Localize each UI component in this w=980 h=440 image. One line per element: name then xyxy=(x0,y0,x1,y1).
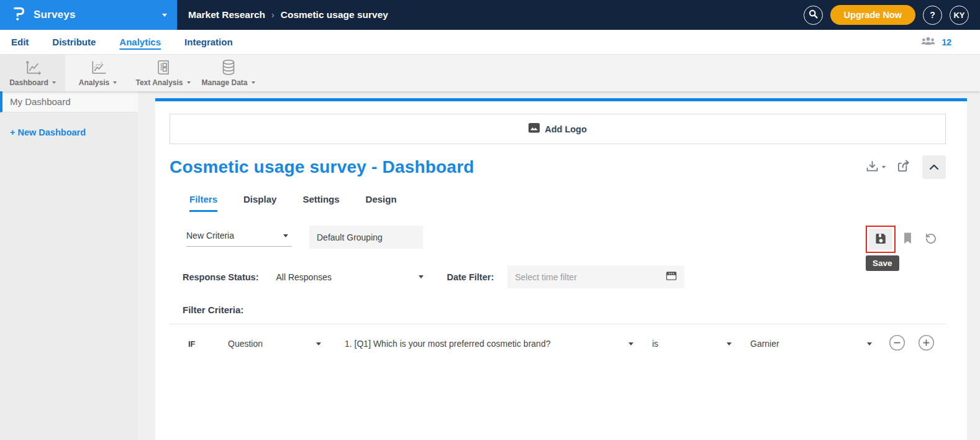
add-logo-dropzone[interactable]: Add Logo xyxy=(170,114,946,144)
breadcrumb-folder[interactable]: Market Research xyxy=(188,9,265,21)
trend-chart-icon xyxy=(89,60,106,76)
title-row: Cosmetic usage survey - Dashboard xyxy=(170,155,946,179)
product-switcher[interactable]: Surveys xyxy=(0,0,177,30)
survey-nav: Edit Distribute Analytics Integration 12 xyxy=(0,30,980,55)
filter-operator-select[interactable]: is xyxy=(652,339,732,349)
dashboard-sidebar: My Dashboard + New Dashboard xyxy=(0,91,138,440)
add-logo-label: Add Logo xyxy=(545,124,587,134)
filter-field-value: Question xyxy=(228,339,263,349)
chevron-down-icon xyxy=(187,81,191,84)
database-icon xyxy=(221,59,236,76)
help-button[interactable]: ? xyxy=(923,6,942,25)
dashboard-tabs: Filters Display Settings Design xyxy=(189,194,946,212)
title-actions xyxy=(865,155,946,179)
save-cluster: Save xyxy=(866,226,937,253)
chevron-down-icon xyxy=(113,81,117,84)
line-chart-icon xyxy=(24,60,41,76)
respondents-count[interactable]: 12 xyxy=(941,37,951,47)
date-filter-input[interactable] xyxy=(515,272,661,282)
toolbar-item-text-analysis[interactable]: Text Analysis xyxy=(130,55,196,91)
dashboard-title: Cosmetic usage survey - Dashboard xyxy=(170,157,474,177)
plus-circle-icon xyxy=(918,334,935,353)
save-highlight-box xyxy=(866,226,896,253)
tab-display[interactable]: Display xyxy=(243,194,276,212)
chevron-down-icon xyxy=(316,342,321,346)
filter-question-select[interactable]: 1. [Q1] Which is your most preferred cos… xyxy=(345,339,633,349)
chevron-down-icon xyxy=(867,342,872,346)
filter-criteria-label: Filter Criteria: xyxy=(183,305,946,315)
share-icon xyxy=(897,159,911,175)
response-status-select[interactable]: All Responses xyxy=(276,272,424,282)
avatar[interactable]: KY xyxy=(950,6,969,25)
chevron-down-icon xyxy=(162,14,167,17)
collapse-button[interactable] xyxy=(922,155,946,179)
reset-icon xyxy=(925,232,937,247)
nav-tab-edit[interactable]: Edit xyxy=(11,37,29,47)
toolbar-item-manage-data[interactable]: Manage Data xyxy=(196,55,261,91)
nav-tab-integration[interactable]: Integration xyxy=(184,37,233,47)
analytics-toolbar: Dashboard Analysis Text Analysis Manage … xyxy=(0,55,980,91)
upgrade-now-button[interactable]: Upgrade Now xyxy=(830,5,915,25)
top-bar-actions: Upgrade Now ? KY xyxy=(804,5,969,25)
product-name: Surveys xyxy=(34,9,76,21)
image-icon xyxy=(529,123,540,135)
chevron-down-icon xyxy=(52,81,56,84)
tab-filters[interactable]: Filters xyxy=(189,194,217,212)
criteria-select[interactable]: New Criteria xyxy=(186,226,292,247)
reset-button[interactable] xyxy=(925,232,937,247)
date-filter-label: Date Filter: xyxy=(447,272,494,282)
new-dashboard-button[interactable]: + New Dashboard xyxy=(10,127,138,137)
breadcrumb: Market Research › Cosmetic usage survey xyxy=(188,9,388,21)
calendar-icon xyxy=(666,270,677,283)
download-icon xyxy=(865,160,879,175)
chevron-down-icon xyxy=(252,81,255,84)
document-icon xyxy=(156,60,171,76)
add-criteria-button[interactable] xyxy=(918,334,935,353)
date-filter-field[interactable] xyxy=(507,265,684,288)
toolbar-item-label: Analysis xyxy=(79,78,117,87)
nav-tab-analytics[interactable]: Analytics xyxy=(119,37,161,47)
filter-value-select[interactable]: Garnier xyxy=(750,339,872,349)
people-group-icon xyxy=(920,35,936,48)
share-button[interactable] xyxy=(897,159,911,175)
breadcrumb-survey[interactable]: Cosmetic usage survey xyxy=(281,9,388,21)
remove-criteria-button[interactable] xyxy=(889,334,905,353)
survey-nav-items: Edit Distribute Analytics Integration xyxy=(11,37,233,47)
criteria-row: New Criteria xyxy=(170,226,946,253)
chevron-up-icon xyxy=(927,161,941,174)
top-bar-right: Market Research › Cosmetic usage survey … xyxy=(177,0,980,30)
toolbar-item-dashboard[interactable]: Dashboard xyxy=(0,55,65,91)
bookmark-button[interactable] xyxy=(902,232,913,247)
bookmark-icon xyxy=(902,232,913,247)
toolbar-item-label: Text Analysis xyxy=(135,78,190,87)
breadcrumb-separator-icon: › xyxy=(271,10,274,20)
criteria-row-actions xyxy=(889,334,935,353)
chevron-down-icon xyxy=(727,342,732,346)
respondents-indicator: 12 xyxy=(920,35,951,48)
sidebar-item-my-dashboard[interactable]: My Dashboard xyxy=(0,91,138,112)
filter-criteria-row: IF Question 1. [Q1] Which is your most p… xyxy=(170,324,946,362)
filter-question-value: 1. [Q1] Which is your most preferred cos… xyxy=(345,339,550,349)
questionpro-logo-icon xyxy=(12,6,26,25)
save-icon xyxy=(874,232,887,247)
filter-field-select[interactable]: Question xyxy=(228,339,321,349)
toolbar-item-analysis[interactable]: Analysis xyxy=(65,55,130,91)
page: Surveys Market Research › Cosmetic usage… xyxy=(0,0,980,440)
chevron-down-icon xyxy=(628,342,633,346)
save-button[interactable] xyxy=(869,229,892,250)
minus-circle-icon xyxy=(889,334,905,353)
grouping-name-input[interactable] xyxy=(309,226,423,249)
if-label: IF xyxy=(188,339,198,349)
tab-settings[interactable]: Settings xyxy=(302,194,339,212)
chevron-down-icon xyxy=(882,166,886,168)
response-status-label: Response Status: xyxy=(183,272,258,282)
criteria-select-value: New Criteria xyxy=(186,231,234,241)
search-button[interactable] xyxy=(804,6,823,25)
download-button[interactable] xyxy=(865,160,886,175)
toolbar-item-label: Manage Data xyxy=(201,78,255,87)
filter-operator-value: is xyxy=(652,339,658,349)
response-filter-row: Response Status: All Responses Date Filt… xyxy=(170,265,946,288)
filter-value: Garnier xyxy=(750,339,779,349)
nav-tab-distribute[interactable]: Distribute xyxy=(52,37,96,47)
tab-design[interactable]: Design xyxy=(366,194,397,212)
